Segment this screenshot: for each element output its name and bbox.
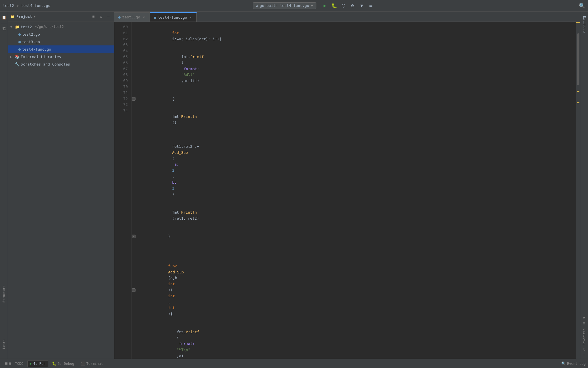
tab-label-test4-func: test4-func.go — [158, 15, 187, 20]
run-button[interactable]: ▶ — [321, 2, 329, 10]
event-log-label[interactable]: Event Log — [567, 362, 586, 366]
tab-bar: ● test3.go ✕ ● test4-func.go ✕ — [114, 12, 580, 22]
database-label[interactable]: Database — [582, 14, 587, 35]
terminal-icon: ⬛ — [81, 361, 85, 366]
todo-label: 6: TODO — [9, 362, 24, 366]
line-num-61: 61 — [114, 30, 128, 36]
editor-area: ● test3.go ✕ ● test4-func.go ✕ 60 61 62 … — [114, 12, 580, 368]
scrollbar-highlight — [576, 22, 580, 23]
divider — [1, 23, 7, 23]
fav-icon2[interactable]: ⊞ — [583, 321, 585, 325]
tree-label-test2: test2 — [21, 25, 32, 29]
debug-label: 5: Debug — [58, 362, 74, 366]
todo-btn[interactable]: ☰ 6: TODO — [2, 360, 26, 367]
event-log-area: 🔍 Event Log — [561, 361, 586, 366]
debug-btn[interactable]: 🐛 5: Debug — [49, 360, 77, 367]
favorites-label[interactable]: 2: Favorites — [582, 328, 586, 351]
run-config-label: go build test4-func.go — [260, 3, 309, 8]
project-icon[interactable]: 📋 — [1, 14, 7, 21]
tree-label-test3-go: test3.go — [22, 40, 40, 44]
go-file-icon2: ● — [18, 39, 21, 44]
search-button[interactable]: 🔍 — [577, 3, 585, 9]
line-num-70: 70 — [114, 84, 128, 90]
run-config[interactable]: ⚙ go build test4-func.go ▼ — [253, 2, 316, 9]
dropdown-button[interactable]: ▼ — [358, 2, 366, 10]
fav-expand-icon[interactable]: ⋯ — [582, 354, 586, 356]
add-content-icon[interactable]: ⊞ — [90, 14, 97, 20]
fold-btn-67[interactable]: - — [132, 235, 136, 238]
tree-item-test2-go[interactable]: ● test2.go — [8, 30, 114, 38]
editor-bottom-area: ● test3.go ✕ ● test4-func.go ✕ 60 61 62 … — [114, 12, 580, 359]
title-sep: > — [16, 3, 19, 8]
tree-label-test2-go: test2.go — [22, 32, 40, 37]
code-line-64 — [136, 132, 576, 138]
debug-icon: 🐛 — [52, 361, 57, 366]
title-file: test4-func.go — [21, 3, 51, 8]
structure-label[interactable]: Structure — [1, 283, 6, 305]
title-bar: test2 > test4-func.go ⚙ go build test4-f… — [0, 0, 588, 12]
line-num-65: 65 — [114, 54, 128, 60]
line-num-74: 74 — [114, 108, 128, 114]
code-line-70: - func Add_Sub (a,b int )( int , int ){ — [136, 257, 576, 323]
scrollbar-thumb[interactable] — [577, 33, 579, 85]
tree-item-test3-go[interactable]: ● test3.go — [8, 38, 114, 45]
terminal-btn[interactable]: ⬛ Terminal — [78, 360, 106, 367]
event-log-icon: 🔍 — [561, 361, 566, 366]
tab-test3[interactable]: ● test3.go ✕ — [114, 12, 150, 22]
line-num-60: 60 — [114, 24, 128, 30]
structure-icon-btn[interactable]: 🏗 — [1, 26, 7, 32]
code-content[interactable]: for i:=0; i<len(arr); i++{ fmt.Printf ( … — [131, 22, 576, 368]
tree-item-ext-libs[interactable]: ▶ 📚 External Libraries — [8, 53, 114, 60]
line-num-67: 67 — [114, 66, 128, 72]
project-header-icons: ⊞ ⚙ — — [90, 14, 112, 20]
tree-item-test2-folder[interactable]: ▼ 📁 test2 ~/go/src/test2 — [8, 23, 114, 30]
code-line-68 — [136, 245, 576, 251]
scrollbar-marker — [577, 91, 579, 92]
line-num-66: 66 — [114, 60, 128, 66]
tab-close-test4-func[interactable]: ✕ — [189, 15, 193, 20]
tree-item-test4-func-go[interactable]: ● test4-func.go — [8, 45, 114, 53]
line-num-63: 63 — [114, 42, 128, 48]
go-file-icon3: ● — [18, 47, 21, 51]
tree-arrow: ▼ — [10, 25, 14, 28]
debug-button[interactable]: 🐛 — [330, 2, 338, 10]
line-num-73: 73 — [114, 102, 128, 108]
tab-icon-test4: ● — [154, 15, 156, 20]
editor-scrollbar[interactable] — [576, 22, 580, 368]
split-button[interactable]: ▭ — [367, 2, 375, 10]
scratches-icon: 🔧 — [15, 62, 20, 66]
code-line-63: fmt.Println () — [136, 108, 576, 132]
main-layout: 📋 🏗 Structure Learn 📁 Project ▼ ⊞ ⚙ — ▼ … — [0, 12, 588, 359]
run-config-dropdown-icon: ▼ — [311, 3, 313, 8]
tree-item-scratches[interactable]: 🔧 Scratches and Consoles — [8, 60, 114, 68]
code-editor: 60 61 62 63 64 65 66 67 68 69 70 71 72 7… — [114, 22, 580, 368]
line-num-71: 71 — [114, 90, 128, 96]
tree-label-ext-libs: External Libraries — [21, 55, 61, 59]
lib-icon: 📚 — [15, 55, 20, 59]
coverage-button[interactable]: ⬡ — [339, 2, 347, 10]
scrollbar-marker2 — [577, 102, 579, 103]
collapse-icon[interactable]: — — [105, 14, 112, 20]
run-label-btn: 4: Run — [33, 362, 45, 366]
tab-close-test3[interactable]: ✕ — [142, 15, 146, 19]
fold-btn-62[interactable]: - — [132, 97, 136, 101]
line-num-62: 62 — [114, 36, 128, 42]
toolbar-icons: ▶ 🐛 ⬡ ⚙ ▼ ▭ — [321, 2, 375, 10]
learn-label[interactable]: Learn — [1, 337, 6, 351]
code-line-65: ret1,ret2 := Add_Sub ( a: 2 , b: 3 ) — [136, 138, 576, 204]
settings-icon[interactable]: ⚙ — [98, 14, 104, 20]
folder-icon: 📁 — [15, 25, 20, 29]
project-dropdown-icon: 📁 — [10, 15, 15, 19]
code-line-61: fmt.Printf ( format: "%d\t" ,arr[i]) — [136, 48, 576, 90]
run-btn[interactable]: ▶ 4: Run — [27, 360, 48, 367]
tree-arrow2: ▶ — [10, 55, 14, 58]
tab-test4-func[interactable]: ● test4-func.go ✕ — [150, 12, 197, 22]
line-num-69: 69 — [114, 78, 128, 84]
fold-btn-70[interactable]: - — [132, 288, 136, 292]
code-line-60: for i:=0; i<len(arr); i++{ — [136, 24, 576, 48]
terminal-label: Terminal — [86, 362, 103, 366]
left-sidebar-icons: 📋 🏗 Structure Learn — [0, 12, 8, 359]
code-line-62: - } — [136, 90, 576, 108]
more-button[interactable]: ⚙ — [349, 2, 357, 10]
fav-icon1[interactable]: ★ — [583, 315, 585, 319]
